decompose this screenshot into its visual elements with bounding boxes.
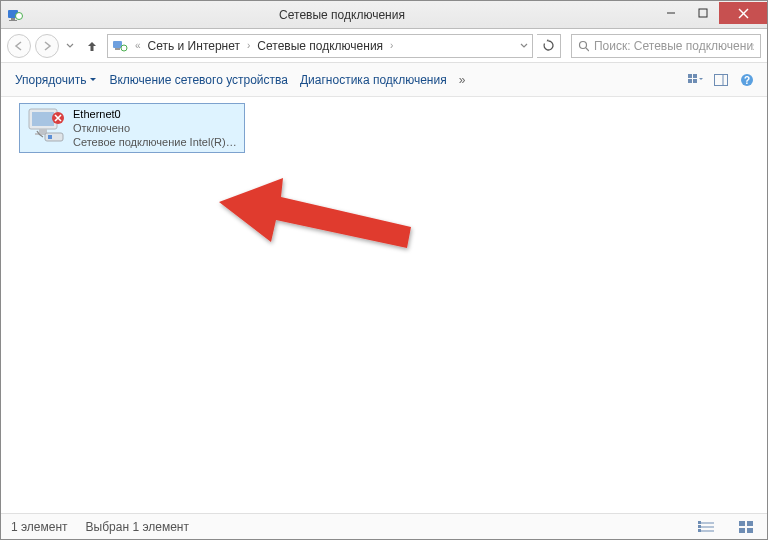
connection-item-ethernet0[interactable]: Ethernet0 Отключено Сетевое подключение …	[19, 103, 245, 153]
preview-pane-button[interactable]	[709, 69, 733, 91]
title-bar: Сетевые подключения	[1, 1, 767, 29]
details-view-button[interactable]	[695, 518, 717, 536]
svg-rect-36	[739, 528, 745, 533]
diagnose-button[interactable]: Диагностика подключения	[294, 69, 453, 91]
search-box[interactable]	[571, 34, 761, 58]
address-dropdown-button[interactable]	[520, 39, 528, 53]
svg-rect-5	[699, 9, 707, 17]
address-bar[interactable]: « Сеть и Интернет › Сетевые подключения …	[107, 34, 533, 58]
overflow-button[interactable]: »	[453, 73, 472, 87]
svg-rect-23	[39, 129, 47, 133]
breadcrumb-separator-icon: «	[132, 40, 144, 51]
connection-name: Ethernet0	[73, 107, 239, 121]
dropdown-arrow-icon	[89, 76, 97, 84]
arrow-left-icon	[13, 40, 25, 52]
refresh-icon	[542, 39, 555, 52]
chevron-right-icon[interactable]: ›	[244, 40, 253, 51]
item-count: 1 элемент	[11, 520, 68, 534]
recent-locations-button[interactable]	[63, 34, 77, 58]
status-bar: 1 элемент Выбран 1 элемент	[1, 513, 767, 539]
preview-pane-icon	[714, 74, 728, 86]
svg-rect-15	[688, 79, 692, 83]
connection-status: Отключено	[73, 121, 239, 135]
command-bar: Упорядочить Включение сетевого устройств…	[1, 63, 767, 97]
svg-rect-33	[698, 529, 701, 532]
refresh-button[interactable]	[537, 34, 561, 58]
app-icon	[7, 7, 23, 23]
connection-text: Ethernet0 Отключено Сетевое подключение …	[73, 107, 239, 149]
help-button[interactable]: ?	[735, 69, 759, 91]
forward-button[interactable]	[35, 34, 59, 58]
search-input[interactable]	[594, 39, 754, 53]
back-button[interactable]	[7, 34, 31, 58]
breadcrumb-connections[interactable]: Сетевые подключения	[257, 39, 383, 53]
svg-rect-26	[48, 135, 52, 139]
large-icons-view-icon	[739, 521, 753, 533]
connection-description: Сетевое подключение Intel(R) 8...	[73, 135, 239, 149]
svg-rect-9	[115, 48, 120, 50]
window-title: Сетевые подключения	[29, 8, 655, 22]
svg-rect-1	[11, 18, 15, 20]
arrow-up-icon	[85, 39, 99, 53]
search-icon	[578, 40, 589, 52]
svg-rect-32	[698, 525, 701, 528]
svg-rect-14	[693, 74, 697, 78]
svg-rect-35	[747, 521, 753, 526]
svg-rect-37	[747, 528, 753, 533]
svg-point-10	[121, 45, 127, 51]
up-button[interactable]	[81, 35, 103, 57]
organize-label: Упорядочить	[15, 73, 86, 87]
enable-device-button[interactable]: Включение сетевого устройства	[103, 69, 294, 91]
view-icon	[687, 73, 703, 87]
diagnose-label: Диагностика подключения	[300, 73, 447, 87]
svg-rect-8	[113, 41, 122, 48]
svg-rect-17	[715, 74, 728, 85]
chevron-down-icon	[520, 42, 528, 50]
svg-rect-2	[9, 20, 17, 21]
annotation-arrow	[211, 172, 431, 262]
maximize-button[interactable]	[687, 2, 719, 24]
large-icons-view-button[interactable]	[735, 518, 757, 536]
help-icon: ?	[740, 73, 754, 87]
details-view-icon	[698, 521, 714, 533]
svg-point-11	[580, 41, 587, 48]
svg-point-3	[16, 12, 23, 19]
nav-bar: « Сеть и Интернет › Сетевые подключения …	[1, 29, 767, 63]
enable-device-label: Включение сетевого устройства	[109, 73, 288, 87]
network-connections-icon	[112, 38, 128, 54]
arrow-right-icon	[41, 40, 53, 52]
svg-line-12	[586, 48, 589, 51]
organize-button[interactable]: Упорядочить	[9, 69, 103, 91]
explorer-window: Сетевые подключения	[0, 0, 768, 540]
selection-count: Выбран 1 элемент	[86, 520, 189, 534]
svg-rect-31	[698, 521, 701, 524]
svg-rect-34	[739, 521, 745, 526]
network-adapter-icon	[25, 107, 67, 147]
svg-rect-16	[693, 79, 697, 83]
content-area[interactable]: Ethernet0 Отключено Сетевое подключение …	[1, 97, 767, 513]
minimize-button[interactable]	[655, 2, 687, 24]
svg-rect-13	[688, 74, 692, 78]
breadcrumb-network[interactable]: Сеть и Интернет	[148, 39, 240, 53]
chevron-right-icon[interactable]: ›	[387, 40, 396, 51]
view-options-button[interactable]	[683, 69, 707, 91]
window-controls	[655, 5, 767, 24]
svg-text:?: ?	[744, 75, 750, 86]
chevron-down-icon	[66, 42, 74, 50]
svg-rect-25	[45, 133, 63, 141]
svg-rect-22	[32, 112, 54, 126]
close-button[interactable]	[719, 2, 767, 24]
